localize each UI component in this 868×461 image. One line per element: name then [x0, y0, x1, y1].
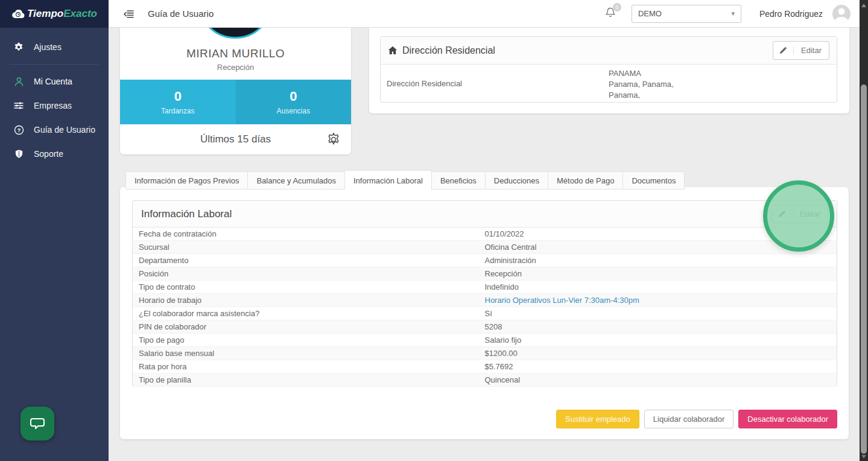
row-label: PIN de colaborador — [133, 322, 485, 331]
tab-documentos[interactable]: Documentos — [623, 171, 685, 189]
substitute-employee-button[interactable]: Sustituir empleado — [556, 410, 639, 428]
shield-icon — [13, 148, 24, 159]
scrollbar[interactable] — [860, 0, 868, 461]
laboral-edit-button[interactable]: Editar — [771, 205, 828, 223]
table-row: DepartamentoAdministración — [133, 254, 837, 267]
tab-informacion-pagos-previos[interactable]: Información de Pagos Previos — [125, 171, 248, 189]
scrollbar-thumb[interactable] — [861, 84, 867, 454]
table-row: ¿El colaborador marca asistencia?Sí — [133, 307, 837, 320]
liquidate-employee-button[interactable]: Liquidar colaborador — [644, 410, 734, 428]
chevron-down-icon: ▾ — [731, 10, 735, 17]
chat-bubble-icon — [30, 416, 45, 431]
employee-position: Recepción — [120, 63, 351, 72]
sidebar-item-label: Ajustes — [34, 42, 62, 52]
row-value: $1200.00 — [485, 349, 837, 358]
sidebar-item-guia[interactable]: ? Guía de Usuario — [0, 118, 109, 142]
tab-balance-acumulados[interactable]: Balance y Acumulados — [248, 171, 345, 189]
deactivate-employee-button[interactable]: Desactivar colaborador — [738, 410, 837, 428]
sidebar-logo[interactable]: TiempoExacto — [0, 0, 109, 28]
row-value: Oficina Central — [485, 243, 837, 252]
tab-informacion-laboral[interactable]: Información Laboral — [345, 170, 432, 190]
row-label: ¿El colaborador marca asistencia? — [133, 309, 485, 318]
address-section: Dirección Residencial Editar Dirección R… — [369, 28, 849, 113]
row-label: Salario base mensual — [133, 349, 485, 358]
employee-actions: Sustituir empleado Liquidar colaborador … — [556, 410, 837, 428]
sidebar-item-label: Empresas — [34, 101, 72, 110]
gear-icon — [13, 42, 24, 52]
table-row: Rata por hora$5.7692 — [133, 360, 837, 374]
laboral-card-title: Información Laboral — [141, 208, 232, 220]
detail-tabs: Información de Pagos Previos Balance y A… — [125, 170, 685, 189]
sidebar-item-soporte[interactable]: Soporte — [0, 142, 109, 166]
sidebar-item-ajustes[interactable]: Ajustes — [0, 35, 109, 59]
stat-label: Tardanzas — [161, 107, 194, 115]
row-label: Sucursal — [133, 243, 485, 252]
stats-strip: 0 Tardanzas 0 Ausencias — [120, 80, 351, 124]
sidebar-item-mi-cuenta[interactable]: Mi Cuenta — [0, 69, 109, 94]
row-value: Sí — [485, 309, 837, 318]
address-card-body: Dirección Residencial PANAMA Panama, Pan… — [381, 65, 837, 102]
profile-photo[interactable] — [197, 28, 273, 39]
sidebar-toggle-icon[interactable] — [124, 9, 135, 19]
sliders-icon — [13, 100, 24, 111]
stat-value: 0 — [290, 89, 297, 104]
row-label: Horario de trabajo — [133, 296, 485, 305]
brand-secondary: Exacto — [63, 8, 97, 19]
table-row: Tipo de contratoIndefinido — [133, 281, 837, 294]
row-value: 5208 — [485, 322, 837, 331]
scrollbar-up-arrow-icon[interactable] — [861, 4, 866, 7]
notifications-button[interactable]: 0 — [605, 7, 616, 21]
row-label: Tipo de contrato — [133, 282, 485, 291]
tab-deducciones[interactable]: Deducciones — [486, 171, 548, 189]
address-edit-button[interactable]: Editar — [773, 41, 829, 60]
tab-metodo-pago[interactable]: Método de Pago — [548, 171, 623, 189]
user-menu[interactable]: Pedro Rodriguez — [759, 9, 823, 19]
company-select[interactable]: DEMO ▾ — [632, 5, 741, 23]
sidebar-item-label: Guía de Usuario — [34, 125, 95, 135]
question-circle-icon: ? — [13, 124, 24, 135]
row-value: Salario fijo — [485, 335, 837, 345]
laboral-table: Fecha de contratación01/10/2022 Sucursal… — [133, 227, 837, 387]
sidebar-divider — [10, 64, 99, 65]
user-avatar[interactable] — [832, 5, 851, 23]
chat-widget-button[interactable] — [21, 407, 54, 440]
home-icon — [388, 46, 398, 55]
stats-settings-gear-icon[interactable] — [326, 132, 341, 150]
pencil-icon — [772, 210, 793, 218]
row-value: Indefinido — [485, 282, 837, 291]
table-row: Fecha de contratación01/10/2022 — [133, 227, 837, 241]
laboral-card: Información Laboral Editar Fecha de cont… — [132, 200, 837, 387]
notification-badge: 0 — [613, 3, 621, 11]
address-value: PANAMA Panama, Panama, Panama, — [609, 68, 674, 101]
stats-period: Últimos 15 días — [120, 124, 351, 154]
table-row: Tipo de planillaQuincenal — [133, 374, 837, 387]
profile-card: MIRIAN MURILLO Recepción 0 Tardanzas 0 A… — [120, 28, 351, 154]
address-line: Panama, — [609, 90, 674, 101]
row-value: $5.7692 — [485, 362, 837, 371]
cloud-clock-icon — [11, 9, 25, 19]
row-value: Quincenal — [485, 375, 837, 384]
employee-name: MIRIAN MURILLO — [120, 47, 351, 60]
row-label: Posición — [133, 269, 485, 278]
tab-beneficios[interactable]: Beneficios — [432, 171, 486, 189]
scrollbar-down-arrow-icon[interactable] — [861, 455, 866, 459]
row-value: Administración — [485, 256, 837, 265]
topbar-right: 0 DEMO ▾ Pedro Rodriguez — [605, 5, 851, 23]
sidebar-menu: Ajustes Mi Cuenta Empresas ? Guía de Usu… — [0, 28, 109, 166]
stat-ausencias[interactable]: 0 Ausencias — [236, 80, 352, 124]
page-title: Guía de Usuario — [148, 8, 214, 19]
sidebar: TiempoExacto Ajustes Mi Cuenta Empresas … — [0, 0, 109, 461]
sidebar-item-empresas[interactable]: Empresas — [0, 94, 109, 118]
row-label: Fecha de contratación — [133, 229, 485, 238]
table-row: SucursalOficina Central — [133, 241, 837, 254]
edit-button-label: Editar — [794, 46, 829, 55]
main-content: MIRIAN MURILLO Recepción 0 Tardanzas 0 A… — [109, 28, 860, 461]
table-row: Salario base mensual$1200.00 — [133, 347, 837, 360]
brand-primary: Tiempo — [27, 8, 63, 19]
person-icon — [13, 76, 24, 87]
work-schedule-link[interactable]: Horario Operativos Lun-Vier 7:30am-4:30p… — [485, 296, 639, 305]
address-card: Dirección Residencial Editar Dirección R… — [380, 36, 837, 103]
row-label: Departamento — [133, 256, 485, 265]
row-value: Recepción — [485, 269, 837, 278]
stat-tardanzas[interactable]: 0 Tardanzas — [120, 80, 236, 124]
